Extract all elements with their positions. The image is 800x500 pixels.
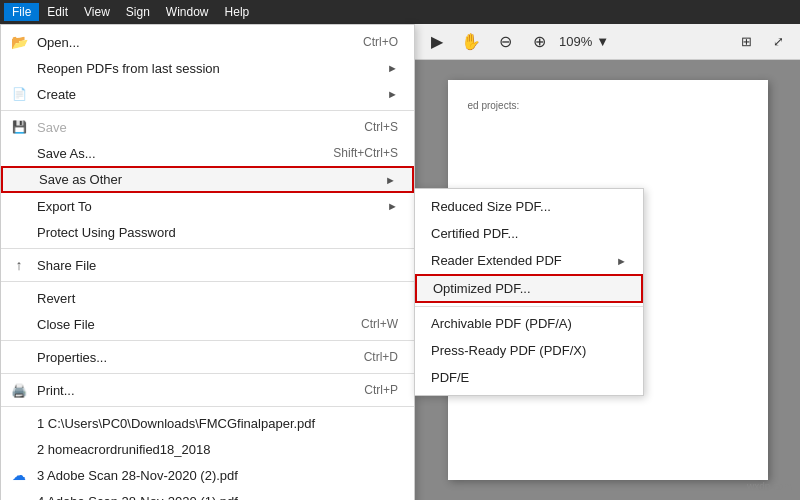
menu-item-recent1[interactable]: 1 C:\Users\PC0\Downloads\FMCGfinalpaper.… bbox=[1, 410, 414, 436]
open-icon: 📂 bbox=[9, 34, 29, 50]
save-shortcut: Ctrl+S bbox=[364, 120, 398, 134]
zoom-value: 109% bbox=[559, 34, 592, 49]
protect-label: Protect Using Password bbox=[37, 225, 176, 240]
menu-item-recent2[interactable]: 2 homeacrordrunified18_2018 bbox=[1, 436, 414, 462]
menu-item-save-as-other[interactable]: Save as Other ► bbox=[1, 166, 414, 193]
save-as-other-label: Save as Other bbox=[39, 172, 122, 187]
submenu-pdfe[interactable]: PDF/E bbox=[415, 364, 643, 391]
submenu-sep-1 bbox=[415, 306, 643, 307]
print-icon: 🖨️ bbox=[9, 383, 29, 398]
zoom-dropdown-icon[interactable]: ▼ bbox=[596, 34, 609, 49]
pdf-content: ed projects: bbox=[468, 100, 748, 111]
recent3-icon: ☁ bbox=[9, 467, 29, 483]
save-as-other-arrow-icon: ► bbox=[385, 174, 396, 186]
recent4-label: 4 Adobe Scan 28-Nov-2020 (1).pdf bbox=[37, 494, 238, 501]
menu-item-print[interactable]: 🖨️ Print... Ctrl+P bbox=[1, 377, 414, 403]
menu-item-save-as[interactable]: Save As... Shift+Ctrl+S bbox=[1, 140, 414, 166]
close-label: Close File bbox=[37, 317, 95, 332]
save-icon: 💾 bbox=[9, 120, 29, 134]
recent4-icon: ☁ bbox=[9, 493, 29, 500]
fit-page-btn[interactable]: ⊞ bbox=[732, 28, 760, 56]
archivable-label: Archivable PDF (PDF/A) bbox=[431, 316, 572, 331]
menu-item-properties[interactable]: Properties... Ctrl+D bbox=[1, 344, 414, 370]
save-label: Save bbox=[37, 120, 67, 135]
create-arrow-icon: ► bbox=[387, 88, 398, 100]
recent1-label: 1 C:\Users\PC0\Downloads\FMCGfinalpaper.… bbox=[37, 416, 315, 431]
certified-label: Certified PDF... bbox=[431, 226, 518, 241]
create-icon: 📄 bbox=[9, 87, 29, 101]
export-label: Export To bbox=[37, 199, 92, 214]
print-shortcut: Ctrl+P bbox=[364, 383, 398, 397]
menu-item-save: 💾 Save Ctrl+S bbox=[1, 114, 414, 140]
reader-extended-label: Reader Extended PDF bbox=[431, 253, 562, 268]
submenu-archivable[interactable]: Archivable PDF (PDF/A) bbox=[415, 310, 643, 337]
menu-bar: File Edit View Sign Window Help bbox=[0, 0, 800, 24]
menu-item-create[interactable]: 📄 Create ► bbox=[1, 81, 414, 107]
sep-5 bbox=[1, 373, 414, 374]
submenu-optimized[interactable]: Optimized PDF... bbox=[415, 274, 643, 303]
share-label: Share File bbox=[37, 258, 96, 273]
menu-file[interactable]: File bbox=[4, 3, 39, 21]
sep-1 bbox=[1, 110, 414, 111]
menu-sign[interactable]: Sign bbox=[118, 3, 158, 21]
zoom-in-btn[interactable]: ⊕ bbox=[525, 28, 553, 56]
pdfe-label: PDF/E bbox=[431, 370, 469, 385]
menu-item-close[interactable]: Close File Ctrl+W bbox=[1, 311, 414, 337]
submenu-reader-extended[interactable]: Reader Extended PDF ► bbox=[415, 247, 643, 274]
reader-extended-arrow-icon: ► bbox=[616, 255, 627, 267]
sep-6 bbox=[1, 406, 414, 407]
zoom-control: 109% ▼ bbox=[559, 34, 609, 49]
save-as-label: Save As... bbox=[37, 146, 96, 161]
reduced-label: Reduced Size PDF... bbox=[431, 199, 551, 214]
hand-tool-btn[interactable]: ✋ bbox=[457, 28, 485, 56]
menu-item-recent4[interactable]: ☁ 4 Adobe Scan 28-Nov-2020 (1).pdf bbox=[1, 488, 414, 500]
open-label: Open... bbox=[37, 35, 80, 50]
menu-item-reopen[interactable]: Reopen PDFs from last session ► bbox=[1, 55, 414, 81]
submenu-press-ready[interactable]: Press-Ready PDF (PDF/X) bbox=[415, 337, 643, 364]
recent2-label: 2 homeacrordrunified18_2018 bbox=[37, 442, 210, 457]
menu-edit[interactable]: Edit bbox=[39, 3, 76, 21]
menu-item-recent3[interactable]: ☁ 3 Adobe Scan 28-Nov-2020 (2).pdf bbox=[1, 462, 414, 488]
zoom-out-btn[interactable]: ⊖ bbox=[491, 28, 519, 56]
recent3-label: 3 Adobe Scan 28-Nov-2020 (2).pdf bbox=[37, 468, 238, 483]
print-label: Print... bbox=[37, 383, 75, 398]
reopen-label: Reopen PDFs from last session bbox=[37, 61, 220, 76]
watermark: wxdn.com bbox=[747, 481, 792, 492]
menu-view[interactable]: View bbox=[76, 3, 118, 21]
menu-help[interactable]: Help bbox=[217, 3, 258, 21]
sep-2 bbox=[1, 248, 414, 249]
reopen-arrow-icon: ► bbox=[387, 62, 398, 74]
properties-label: Properties... bbox=[37, 350, 107, 365]
create-label: Create bbox=[37, 87, 76, 102]
select-tool-btn[interactable]: ▶ bbox=[423, 28, 451, 56]
open-shortcut: Ctrl+O bbox=[363, 35, 398, 49]
close-shortcut: Ctrl+W bbox=[361, 317, 398, 331]
properties-shortcut: Ctrl+D bbox=[364, 350, 398, 364]
rotate-btn[interactable]: ⤢ bbox=[764, 28, 792, 56]
menu-item-revert[interactable]: Revert bbox=[1, 285, 414, 311]
file-dropdown-menu: 📂 Open... Ctrl+O Reopen PDFs from last s… bbox=[0, 24, 415, 500]
revert-label: Revert bbox=[37, 291, 75, 306]
menu-item-export[interactable]: Export To ► bbox=[1, 193, 414, 219]
sep-3 bbox=[1, 281, 414, 282]
optimized-label: Optimized PDF... bbox=[433, 281, 531, 296]
save-as-other-submenu: Reduced Size PDF... Certified PDF... Rea… bbox=[414, 188, 644, 396]
share-icon: ↑ bbox=[9, 257, 29, 273]
pdf-toolbar: ▶ ✋ ⊖ ⊕ 109% ▼ ⊞ ⤢ bbox=[415, 24, 800, 60]
submenu-certified[interactable]: Certified PDF... bbox=[415, 220, 643, 247]
menu-window[interactable]: Window bbox=[158, 3, 217, 21]
export-arrow-icon: ► bbox=[387, 200, 398, 212]
sep-4 bbox=[1, 340, 414, 341]
save-as-shortcut: Shift+Ctrl+S bbox=[333, 146, 398, 160]
submenu-reduced[interactable]: Reduced Size PDF... bbox=[415, 193, 643, 220]
press-ready-label: Press-Ready PDF (PDF/X) bbox=[431, 343, 586, 358]
menu-item-share[interactable]: ↑ Share File bbox=[1, 252, 414, 278]
menu-item-open[interactable]: 📂 Open... Ctrl+O bbox=[1, 29, 414, 55]
menu-item-protect[interactable]: Protect Using Password bbox=[1, 219, 414, 245]
